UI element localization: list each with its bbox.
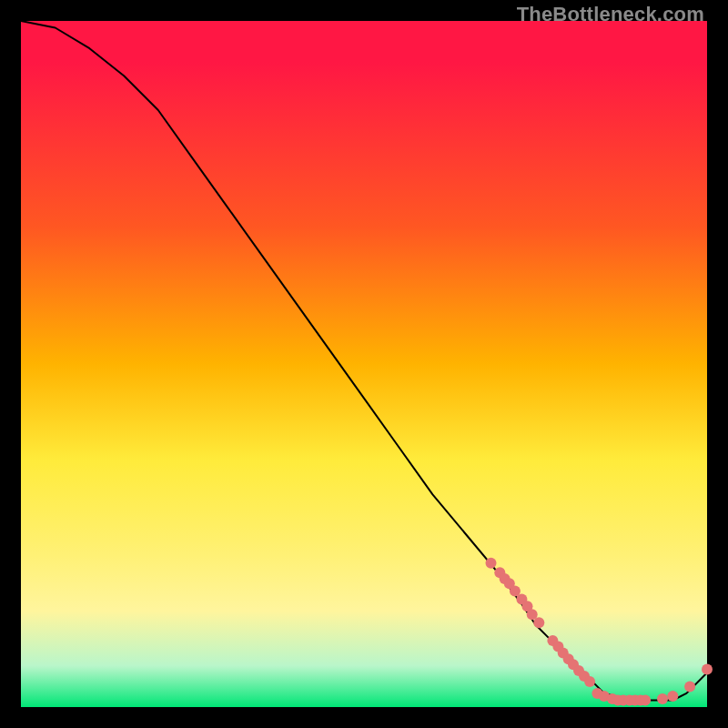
data-point xyxy=(486,558,497,569)
data-point-clusters xyxy=(486,558,713,706)
data-point xyxy=(702,664,713,675)
bottleneck-curve xyxy=(21,21,707,701)
watermark-label: TheBottleneck.com xyxy=(517,3,704,26)
data-point xyxy=(584,676,595,687)
curve-layer xyxy=(21,21,707,707)
data-point xyxy=(667,691,678,702)
data-point xyxy=(640,695,651,706)
data-point xyxy=(657,693,668,704)
data-point xyxy=(684,681,695,692)
plot-area xyxy=(21,21,707,707)
data-point xyxy=(533,617,544,628)
chart-stage: TheBottleneck.com xyxy=(0,0,728,728)
